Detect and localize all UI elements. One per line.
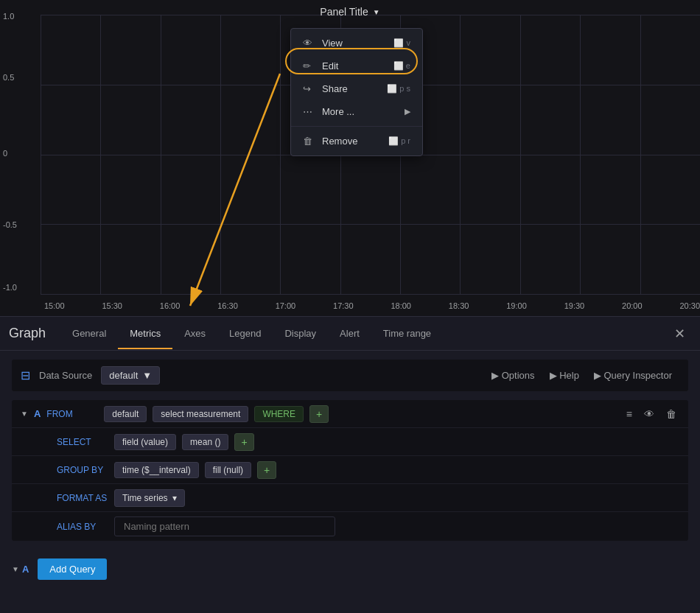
format-as-select[interactable]: Time series ▾ — [114, 489, 185, 507]
query-row-actions: ≡ 👁 🗑 — [623, 407, 679, 421]
x-label-0: 15:00 — [44, 301, 65, 310]
add-query-arrow[interactable]: ▼ — [12, 565, 19, 573]
share-icon: ↪ — [303, 83, 315, 94]
view-label: View — [322, 38, 386, 49]
panel-name: Graph — [9, 326, 46, 341]
x-label-1: 15:30 — [102, 301, 122, 310]
datasource-dropdown-arrow: ▼ — [142, 370, 152, 381]
panel-title-bar[interactable]: Panel Title ▼ — [320, 6, 379, 18]
x-label-9: 19:30 — [564, 301, 585, 310]
panel-title-dropdown-arrow[interactable]: ▼ — [373, 8, 380, 16]
query-builder: ▼ A FROM default select measurement WHER… — [12, 400, 688, 541]
datasource-label: Data Source — [39, 370, 92, 381]
select-label: SELECT — [57, 437, 108, 447]
edit-icon: ✏ — [303, 60, 315, 71]
remove-icon: 🗑 — [303, 136, 315, 147]
tab-general[interactable]: General — [60, 319, 118, 349]
query-inspector-label: ▶ Query Inspector — [594, 370, 672, 381]
options-label: ▶ Options — [491, 370, 534, 381]
query-section: ⊟ Data Source default ▼ ▶ Options ▶ Help… — [0, 351, 700, 550]
dropdown-item-remove[interactable]: 🗑 Remove ⬜ p r — [291, 130, 422, 153]
groupby-time-tag[interactable]: time ($__interval) — [114, 462, 199, 478]
panel-dropdown-menu: 👁 View ⬜ v ✏ Edit ⬜ e ↪ Share ⬜ p s ⋯ Mo… — [290, 28, 423, 156]
options-button[interactable]: ▶ Options — [484, 365, 542, 385]
groupby-fill-tag[interactable]: fill (null) — [205, 462, 251, 478]
share-label: Share — [322, 83, 379, 94]
y-label-5: -1.0 — [3, 283, 17, 292]
select-mean-tag[interactable]: mean () — [182, 434, 228, 450]
x-label-6: 18:00 — [391, 301, 411, 310]
tab-alert[interactable]: Alert — [328, 319, 371, 349]
edit-shortcut: ⬜ e — [393, 61, 410, 71]
help-label: ▶ Help — [550, 370, 579, 381]
from-default-tag[interactable]: default — [104, 406, 147, 422]
panel-title: Panel Title — [320, 6, 368, 18]
query-row-format: FORMAT AS Time series ▾ — [12, 484, 688, 512]
query-row-select: SELECT field (value) mean () + — [12, 428, 688, 456]
query-row-groupby: GROUP BY time ($__interval) fill (null) … — [12, 456, 688, 484]
datasource-value: default — [109, 370, 138, 381]
close-button[interactable]: ✕ — [668, 323, 691, 345]
from-label: FROM — [46, 409, 98, 419]
tab-legend[interactable]: Legend — [217, 319, 273, 349]
where-tag[interactable]: WHERE — [254, 406, 304, 422]
x-label-4: 17:00 — [276, 301, 296, 310]
remove-shortcut: ⬜ p r — [388, 136, 410, 146]
query-visibility-btn[interactable]: 👁 — [641, 407, 657, 421]
add-query-letter: A — [22, 564, 29, 575]
alias-input[interactable] — [114, 516, 335, 536]
tab-axes[interactable]: Axes — [172, 319, 217, 349]
remove-label: Remove — [322, 136, 381, 147]
x-label-11: 20:30 — [679, 301, 700, 310]
query-row-alias: ALIAS BY — [12, 512, 688, 541]
chart-area: 1.0 0.5 0 -0.5 -1.0 15:00 15:30 16:00 16… — [0, 0, 700, 317]
query-row-from: ▼ A FROM default select measurement WHER… — [12, 400, 688, 428]
from-plus-btn[interactable]: + — [309, 405, 329, 423]
alias-label: ALIAS BY — [57, 522, 108, 532]
query-inspector-button[interactable]: ▶ Query Inspector — [587, 365, 679, 385]
groupby-plus-btn[interactable]: + — [257, 461, 276, 479]
query-delete-btn[interactable]: 🗑 — [663, 407, 679, 421]
select-field-tag[interactable]: field (value) — [114, 434, 176, 450]
datasource-icon: ⊟ — [21, 368, 30, 382]
add-query-button[interactable]: Add Query — [38, 558, 107, 580]
x-label-10: 20:00 — [622, 301, 643, 310]
x-label-5: 17:30 — [333, 301, 354, 310]
x-axis-labels: 15:00 15:30 16:00 16:30 17:00 17:30 18:0… — [44, 301, 700, 310]
dropdown-item-view[interactable]: 👁 View ⬜ v — [291, 32, 422, 55]
x-label-2: 16:00 — [160, 301, 181, 310]
x-label-3: 16:30 — [217, 301, 238, 310]
dropdown-item-edit[interactable]: ✏ Edit ⬜ e — [291, 55, 422, 77]
bottom-panel: Graph General Metrics Axes Legend Displa… — [0, 317, 700, 613]
help-button[interactable]: ▶ Help — [542, 365, 587, 385]
tab-time-range[interactable]: Time range — [371, 319, 443, 349]
tab-metrics[interactable]: Metrics — [118, 319, 172, 349]
dropdown-item-share[interactable]: ↪ Share ⬜ p s — [291, 77, 422, 100]
format-as-value: Time series — [122, 493, 168, 503]
edit-label: Edit — [322, 60, 386, 71]
datasource-row: ⊟ Data Source default ▼ ▶ Options ▶ Help… — [12, 360, 688, 391]
x-label-7: 18:30 — [449, 301, 469, 310]
dropdown-item-more[interactable]: ⋯ More ... ▶ — [291, 100, 422, 123]
more-label: More ... — [322, 106, 397, 117]
view-shortcut: ⬜ v — [393, 38, 410, 48]
share-shortcut: ⬜ p s — [387, 84, 410, 94]
x-label-8: 19:00 — [506, 301, 527, 310]
tab-display[interactable]: Display — [273, 319, 328, 349]
query-collapse-arrow[interactable]: ▼ — [21, 410, 28, 418]
query-letter-a: A — [34, 408, 41, 419]
from-measurement-tag[interactable]: select measurement — [153, 406, 248, 422]
y-label-1: 1.0 — [3, 12, 14, 21]
dropdown-divider — [291, 126, 422, 127]
query-menu-btn[interactable]: ≡ — [623, 407, 635, 421]
y-label-2: 0.5 — [3, 73, 14, 82]
more-arrow: ▶ — [405, 107, 410, 116]
select-plus-btn[interactable]: + — [234, 433, 253, 451]
add-query-area: ▼ A Add Query — [0, 550, 700, 589]
tabs-bar: Graph General Metrics Axes Legend Displa… — [0, 317, 700, 351]
format-as-arrow: ▾ — [172, 493, 177, 503]
datasource-select[interactable]: default ▼ — [101, 366, 160, 385]
groupby-label: GROUP BY — [57, 465, 108, 475]
y-label-3: 0 — [3, 149, 7, 158]
format-label: FORMAT AS — [57, 493, 108, 503]
